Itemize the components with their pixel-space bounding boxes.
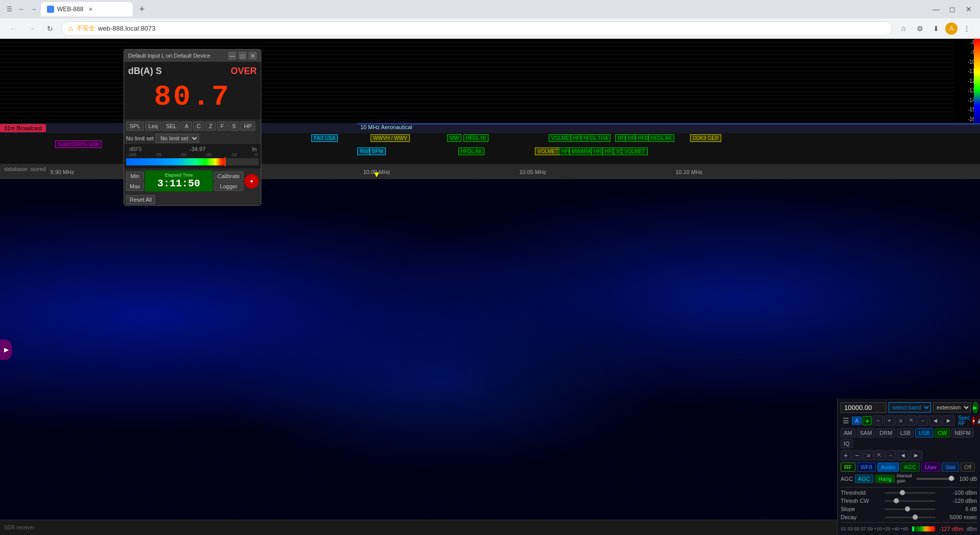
- demod-row: AM SAM DRM LSB USB CW NBFM IQ: [841, 428, 977, 448]
- new-tab-button[interactable]: +: [135, 2, 149, 16]
- compress-button[interactable]: ⇲: [863, 450, 873, 460]
- user-tool-button[interactable]: User: [921, 463, 940, 472]
- spl-maximize-button[interactable]: ◻: [238, 52, 247, 60]
- agc-mode-button[interactable]: AGC: [855, 475, 873, 483]
- annotation-fax-usa[interactable]: FAX USA: [311, 134, 338, 142]
- frequency-input[interactable]: [841, 402, 887, 413]
- f-time-button[interactable]: F: [217, 121, 228, 131]
- annotation-ddk9[interactable]: DDK9 GER: [690, 134, 721, 142]
- extensions-icon[interactable]: ⚙: [913, 21, 927, 36]
- refresh-button[interactable]: ↻: [43, 21, 57, 36]
- left-play-button[interactable]: ▶: [0, 339, 12, 360]
- usb-button[interactable]: USB: [915, 428, 933, 437]
- zoom-out-freq-button[interactable]: −: [852, 450, 862, 460]
- annotation-hfdl-ak2[interactable]: HFDL AK: [458, 148, 484, 155]
- rf-tool-button[interactable]: RF: [841, 463, 855, 472]
- annotation-mw[interactable]: MW: [447, 134, 461, 142]
- hang-button[interactable]: Hang: [875, 475, 895, 483]
- max-button[interactable]: Max: [126, 182, 144, 191]
- gain-slider[interactable]: [916, 478, 955, 480]
- forward-button[interactable]: →: [24, 21, 39, 36]
- s-time-button[interactable]: S: [229, 121, 239, 131]
- nav-right-button[interactable]: ►: [910, 450, 922, 460]
- spl-minimize-button[interactable]: —: [228, 52, 236, 60]
- leq-button[interactable]: Leq: [145, 121, 161, 131]
- wf8-tool-button[interactable]: WF8: [857, 463, 876, 472]
- am-button[interactable]: AM: [841, 428, 855, 437]
- close-window-icon[interactable]: ✕: [962, 2, 976, 16]
- mute-button[interactable]: 🔊: [976, 416, 980, 425]
- zoom-in-button[interactable]: +: [884, 416, 894, 426]
- annotation-volmet3[interactable]: VOLMET: [622, 148, 648, 155]
- annotation-volmet2[interactable]: VOLMET: [535, 148, 561, 155]
- agc-tool-button[interactable]: AGC: [900, 463, 920, 472]
- zoom-fit-button[interactable]: ⇲: [895, 416, 905, 426]
- logger-button[interactable]: Logger: [214, 182, 243, 191]
- antenna-a-button[interactable]: A: [852, 417, 862, 425]
- band-select[interactable]: select band: [889, 402, 931, 412]
- pan-right-button[interactable]: ►: [942, 416, 954, 426]
- nbfm-button[interactable]: NBFM: [951, 428, 973, 437]
- off-tool-button[interactable]: Off: [961, 463, 975, 472]
- zoom-in-freq-button[interactable]: +: [841, 450, 851, 460]
- tab-list-icon[interactable]: ☰: [4, 4, 14, 14]
- limit-dropdown[interactable]: No limit set: [156, 134, 199, 143]
- url-bar[interactable]: ⚠ 不安全 web-888.local:8073: [61, 21, 892, 36]
- cw-button[interactable]: CW: [935, 428, 950, 437]
- extension-select[interactable]: extension: [933, 402, 971, 412]
- a-weight-button[interactable]: A: [181, 121, 192, 131]
- threshold-slider[interactable]: [885, 492, 936, 494]
- minimize-icon[interactable]: —: [929, 2, 943, 16]
- expand-button[interactable]: ⇱: [874, 450, 885, 460]
- c-weight-button[interactable]: C: [193, 121, 204, 131]
- tab-back-icon[interactable]: ←: [16, 4, 27, 14]
- menu-icon[interactable]: ⋮: [960, 21, 974, 36]
- annotation-wwvh[interactable]: WWVH / WWV: [371, 134, 410, 142]
- decay-slider[interactable]: [885, 517, 936, 518]
- drm-button[interactable]: DRM: [876, 428, 895, 437]
- z-weight-button[interactable]: Z: [205, 121, 216, 131]
- reset-all-button[interactable]: Reset All: [126, 195, 155, 204]
- spl-titlebar: Default Input L on Default Device — ◻ ✕: [124, 50, 261, 62]
- download-icon[interactable]: ⬇: [929, 21, 943, 36]
- spl-close-button[interactable]: ✕: [249, 52, 257, 60]
- min-button[interactable]: Min: [126, 172, 144, 181]
- annotation-hfdl-ak1[interactable]: HFDL AK: [648, 134, 674, 142]
- thresh-cw-slider[interactable]: [885, 500, 936, 502]
- menu-lines-icon[interactable]: ☰: [841, 416, 851, 426]
- stat-tool-button[interactable]: Stat: [942, 463, 959, 472]
- iq-button[interactable]: IQ: [841, 439, 853, 448]
- green-button[interactable]: ●: [863, 416, 872, 425]
- play-button[interactable]: ▶: [973, 402, 978, 413]
- bookmark-star-icon[interactable]: ☆: [896, 21, 911, 36]
- back-button[interactable]: ←: [6, 21, 20, 36]
- spec-rf-label: Spec RF: [958, 415, 970, 426]
- pan-left-button[interactable]: ◄: [929, 416, 941, 426]
- calibrate-button[interactable]: Calibrate: [214, 172, 243, 181]
- annotation-bpm[interactable]: BPM: [370, 148, 386, 155]
- manual-gain-label: Manual gain: [897, 474, 912, 484]
- tab-close-button[interactable]: ✕: [86, 5, 94, 13]
- rf-indicator[interactable]: ●: [972, 417, 975, 425]
- zoom-full-button[interactable]: ⇱: [906, 416, 917, 426]
- pan-width-button[interactable]: ↔: [918, 416, 928, 426]
- record-button[interactable]: ●: [244, 174, 259, 188]
- lsb-button[interactable]: LSB: [897, 428, 914, 437]
- sam-button[interactable]: SAM: [857, 428, 875, 437]
- annotation-hfdl-hi[interactable]: HFDL HI: [463, 134, 488, 142]
- nav-left-button[interactable]: ◄: [897, 450, 909, 460]
- hp-button[interactable]: HP: [240, 121, 255, 131]
- active-tab[interactable]: WEB-888 ✕: [41, 2, 133, 16]
- annotation-superdarn[interactable]: SuperDARN radar: [55, 140, 102, 148]
- profile-icon[interactable]: A: [945, 22, 958, 35]
- url-text[interactable]: web-888.local:8073: [98, 25, 886, 32]
- horiz-expand-button[interactable]: ↔: [886, 450, 896, 460]
- zoom-out-button[interactable]: −: [873, 416, 883, 426]
- sel-button[interactable]: SEL: [162, 121, 180, 131]
- restore-icon[interactable]: ◻: [945, 2, 960, 16]
- audio-tool-button[interactable]: Audio: [877, 463, 899, 472]
- tab-forward-icon[interactable]: →: [29, 4, 39, 14]
- spl-button[interactable]: SPL: [126, 121, 144, 131]
- annotation-hfdl-tha[interactable]: HFDL THA: [581, 134, 610, 142]
- slope-slider[interactable]: [885, 508, 936, 510]
